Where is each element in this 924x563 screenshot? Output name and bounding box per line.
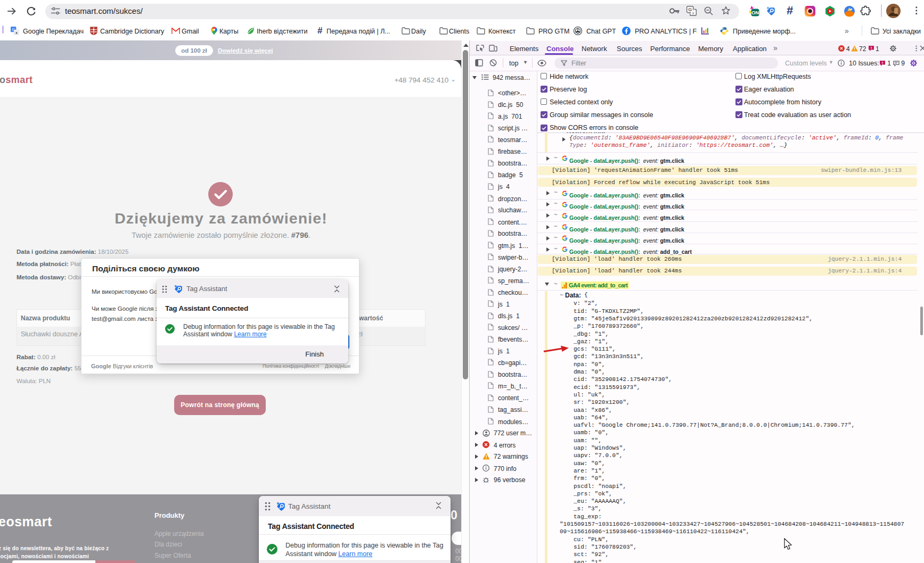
svg-text:x: x <box>15 30 18 35</box>
svg-text:G: G <box>688 7 692 12</box>
svg-text:x: x <box>692 11 694 15</box>
svg-text:ON: ON <box>751 10 759 15</box>
